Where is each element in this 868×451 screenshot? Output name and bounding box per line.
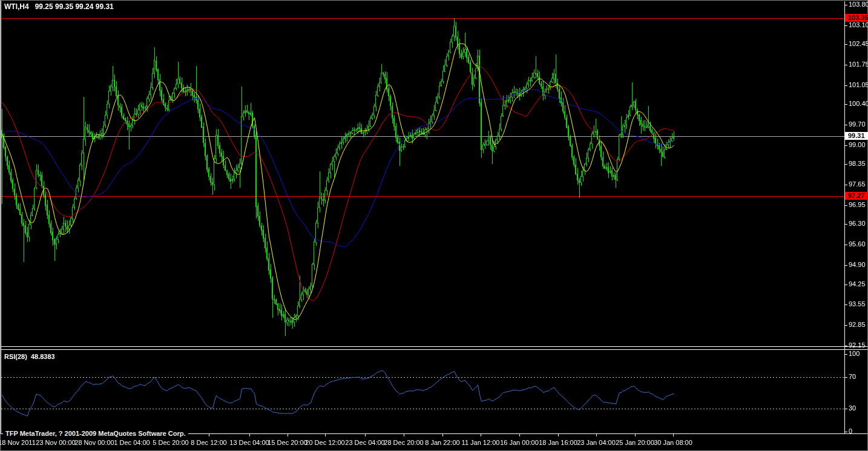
time-axis-label: 28 Nov 00:00 xyxy=(74,439,114,446)
symbol-label: WTI,H4 xyxy=(4,2,29,11)
price-tag: 103.35 xyxy=(845,14,868,22)
price-chart-canvas[interactable] xyxy=(0,0,868,451)
time-axis-label: 25 Jan 20:00 xyxy=(616,439,654,446)
price-axis-label: 101.05 xyxy=(849,81,868,89)
rsi-value-label: 48.8383 xyxy=(31,353,55,360)
time-axis-label: 18 Nov 2011 xyxy=(0,439,36,446)
price-tag: 97.27 xyxy=(845,192,868,200)
rsi-name-label: RSI(28) xyxy=(4,353,27,360)
price-axis-label: 95.60 xyxy=(849,240,866,248)
price-axis-label: 97.65 xyxy=(849,180,866,188)
rsi-level-label: 0 xyxy=(849,427,852,435)
price-axis-label: 96.95 xyxy=(849,201,866,209)
price-axis-label: 94.25 xyxy=(849,280,866,288)
time-axis-label: 16 Jan 00:00 xyxy=(500,439,539,446)
rsi-level-label: 100 xyxy=(849,350,860,358)
time-axis-label: 20 Dec 12:00 xyxy=(305,439,344,446)
price-axis-label: 100.40 xyxy=(849,100,868,108)
price-axis-label: 103.80 xyxy=(849,1,868,8)
time-axis-label: 8 Dec 12:00 xyxy=(191,439,226,446)
time-axis-label: 30 Jan 08:00 xyxy=(654,439,692,446)
price-axis-label: 92.85 xyxy=(849,321,866,329)
time-axis-label: 8 Jan 22:00 xyxy=(425,439,460,446)
symbol-quote-label: WTI,H499.25 99.35 99.24 99.31 xyxy=(4,3,114,11)
time-axis-label: 11 Jan 12:00 xyxy=(462,439,500,446)
rsi-level-label: 30 xyxy=(849,404,856,412)
time-axis-label: 15 Dec 20:00 xyxy=(268,439,307,446)
rsi-level-label: 70 xyxy=(849,373,856,381)
ohlc-quote-label: 99.25 99.35 99.24 99.31 xyxy=(35,2,114,11)
price-axis-label: 99.70 xyxy=(849,120,866,128)
time-axis-label: 5 Dec 20:00 xyxy=(153,439,188,446)
price-axis-label: 103.10 xyxy=(849,21,868,29)
price-axis-label: 101.75 xyxy=(849,61,868,68)
time-axis-label: 28 Dec 20:00 xyxy=(384,439,423,446)
price-tag: 99.31 xyxy=(845,132,868,140)
time-axis-label: 23 Dec 04:00 xyxy=(345,439,384,446)
price-axis-label: 96.30 xyxy=(849,220,866,228)
time-axis-label: 18 Jan 16:00 xyxy=(539,439,577,446)
price-axis-label: 93.55 xyxy=(849,300,866,308)
price-axis-label: 102.45 xyxy=(849,40,868,48)
rsi-indicator-label: RSI(28)48.8383 xyxy=(4,353,55,361)
time-axis-label: 1 Dec 04:00 xyxy=(114,439,150,446)
price-axis-label: 99.00 xyxy=(849,141,866,149)
time-axis-label: 13 Dec 04:00 xyxy=(229,439,269,446)
time-axis-label: 23 Nov 00:00 xyxy=(36,439,75,446)
panel-splitter[interactable] xyxy=(0,346,868,351)
price-axis-label: 94.90 xyxy=(849,261,866,269)
metatrader-chart-window: WTI,H499.25 99.35 99.24 99.31 RSI(28)48.… xyxy=(0,0,868,451)
price-axis-label: 98.35 xyxy=(849,160,866,168)
time-axis-label: 23 Jan 04:00 xyxy=(577,439,616,446)
price-axis[interactable]: 103.80103.10102.45101.75101.05100.4099.7… xyxy=(845,0,868,433)
copyright-text: TFP MetaTrader, ? 2001-2009 MetaQuotes S… xyxy=(3,429,188,438)
